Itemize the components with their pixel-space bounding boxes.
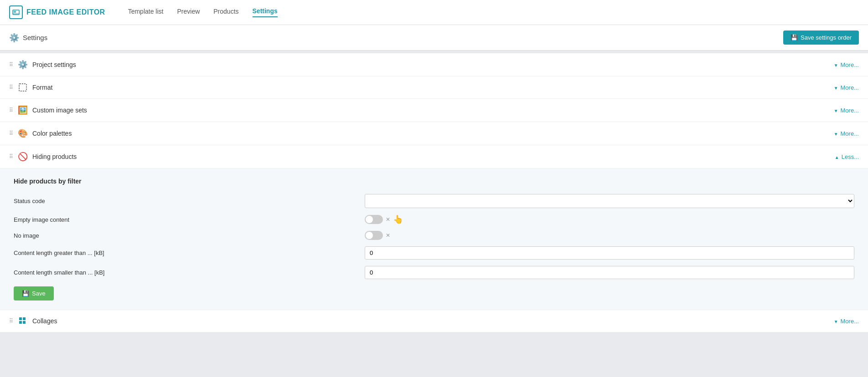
app-title: FEED IMAGE EDITOR bbox=[26, 8, 105, 16]
settings-gear-icon: ⚙️ bbox=[9, 33, 19, 43]
form-row-no-image: No image ✕ bbox=[14, 231, 854, 240]
empty-image-content-toggle-container: ✕ 👆 bbox=[365, 214, 403, 224]
project-settings-icon: ⚙️ bbox=[18, 60, 28, 70]
section-format[interactable]: ⠿ Format More... bbox=[0, 76, 868, 99]
color-palettes-action[interactable]: More... bbox=[841, 130, 859, 137]
custom-image-sets-label: Custom image sets bbox=[32, 107, 87, 114]
color-palettes-chevron bbox=[834, 130, 838, 137]
settings-header-bar: ⚙️ Settings 💾 Save settings order bbox=[0, 25, 868, 51]
svg-rect-7 bbox=[23, 321, 26, 324]
no-image-label: No image bbox=[14, 232, 360, 239]
no-image-toggle-container: ✕ bbox=[365, 231, 390, 240]
form-row-content-length-smaller: Content length smaller than ... [kB] bbox=[14, 266, 854, 279]
drag-handle-project-settings[interactable]: ⠿ bbox=[9, 61, 13, 68]
project-settings-chevron bbox=[834, 61, 838, 68]
format-chevron bbox=[834, 84, 838, 91]
drag-handle-format[interactable]: ⠿ bbox=[9, 84, 13, 91]
nav-template-list[interactable]: Template list bbox=[128, 8, 164, 17]
settings-title: Settings bbox=[23, 34, 47, 41]
empty-image-content-clear[interactable]: ✕ bbox=[386, 216, 390, 223]
nav-products[interactable]: Products bbox=[213, 8, 238, 17]
save-button[interactable]: 💾 Save bbox=[14, 286, 54, 301]
header: FEED IMAGE EDITOR Template list Preview … bbox=[0, 0, 868, 25]
content-length-greater-input[interactable] bbox=[365, 246, 854, 260]
form-row-status-code: Status code bbox=[14, 194, 854, 208]
content-length-greater-label: Content length greater than ... [kB] bbox=[14, 250, 360, 256]
section-custom-image-sets[interactable]: ⠿ 🖼️ Custom image sets More... bbox=[0, 99, 868, 122]
svg-rect-4 bbox=[19, 317, 22, 320]
no-image-clear[interactable]: ✕ bbox=[386, 232, 390, 239]
cursor-icon: 👆 bbox=[393, 214, 403, 224]
custom-image-sets-chevron bbox=[834, 107, 838, 114]
content-length-smaller-input[interactable] bbox=[365, 266, 854, 279]
status-code-select[interactable] bbox=[365, 194, 854, 208]
color-palettes-icon: 🎨 bbox=[18, 128, 28, 138]
save-settings-order-button[interactable]: 💾 Save settings order bbox=[783, 31, 859, 45]
logo-icon bbox=[9, 5, 23, 19]
drag-handle-collages[interactable]: ⠿ bbox=[9, 318, 13, 324]
hiding-products-expanded: Hide products by filter Status code Empt… bbox=[0, 168, 868, 310]
format-action[interactable]: More... bbox=[841, 84, 859, 91]
status-code-label: Status code bbox=[14, 198, 360, 204]
drag-handle-color-palettes[interactable]: ⠿ bbox=[9, 130, 13, 137]
nav-settings[interactable]: Settings bbox=[253, 7, 278, 17]
section-hiding-products[interactable]: ⠿ 🚫 Hiding products Less... bbox=[0, 145, 868, 168]
section-collages[interactable]: ⠿ Collages More... bbox=[0, 310, 868, 332]
no-image-toggle[interactable] bbox=[365, 231, 383, 240]
form-row-empty-image-content: Empty image content ✕ 👆 bbox=[14, 214, 854, 224]
collages-action[interactable]: More... bbox=[841, 318, 859, 325]
project-settings-label: Project settings bbox=[32, 61, 76, 68]
svg-rect-6 bbox=[19, 321, 22, 324]
hiding-products-icon: 🚫 bbox=[18, 152, 28, 162]
nav-preview[interactable]: Preview bbox=[177, 8, 200, 17]
collages-icon bbox=[18, 316, 28, 326]
empty-image-content-label: Empty image content bbox=[14, 216, 360, 223]
save-icon: 💾 bbox=[790, 34, 798, 41]
drag-handle-hiding-products[interactable]: ⠿ bbox=[9, 153, 13, 160]
hiding-products-section-title: Hide products by filter bbox=[14, 178, 854, 185]
hiding-products-action[interactable]: Less... bbox=[842, 153, 859, 160]
app-logo: FEED IMAGE EDITOR bbox=[9, 5, 105, 19]
svg-rect-1 bbox=[14, 11, 16, 13]
custom-image-sets-icon: 🖼️ bbox=[18, 105, 28, 115]
main-content: ⚙️ Settings 💾 Save settings order ⠿ ⚙️ P… bbox=[0, 25, 868, 377]
drag-handle-custom-image-sets[interactable]: ⠿ bbox=[9, 107, 13, 113]
color-palettes-label: Color palettes bbox=[32, 130, 72, 137]
form-row-content-length-greater: Content length greater than ... [kB] bbox=[14, 246, 854, 260]
save-btn-icon: 💾 bbox=[22, 290, 29, 297]
format-label: Format bbox=[32, 84, 52, 91]
section-color-palettes[interactable]: ⠿ 🎨 Color palettes More... bbox=[0, 122, 868, 145]
empty-image-content-toggle[interactable] bbox=[365, 215, 383, 224]
collages-chevron bbox=[834, 318, 838, 325]
format-icon bbox=[18, 83, 28, 92]
hiding-products-chevron bbox=[835, 153, 839, 160]
hiding-products-label: Hiding products bbox=[32, 153, 77, 160]
section-project-settings[interactable]: ⠿ ⚙️ Project settings More... bbox=[0, 53, 868, 76]
collages-label: Collages bbox=[32, 317, 57, 325]
svg-rect-5 bbox=[23, 317, 26, 320]
content-length-smaller-label: Content length smaller than ... [kB] bbox=[14, 269, 360, 276]
settings-header-left: ⚙️ Settings bbox=[9, 33, 47, 43]
project-settings-action[interactable]: More... bbox=[841, 61, 859, 68]
custom-image-sets-action[interactable]: More... bbox=[841, 107, 859, 114]
svg-rect-3 bbox=[19, 84, 26, 91]
main-nav: Template list Preview Products Settings bbox=[128, 7, 278, 17]
